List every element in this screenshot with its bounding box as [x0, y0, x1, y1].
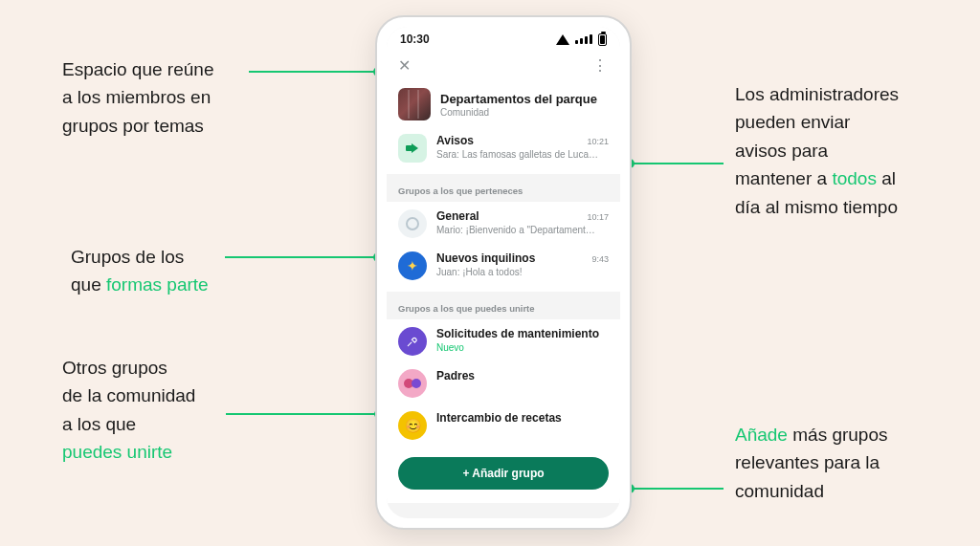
group-title: Nuevos inquilinos [436, 251, 535, 265]
annotation-joinable-groups: Otros grupos de la comunidad a los que p… [62, 354, 195, 467]
community-title: Departamentos del parque [440, 92, 609, 106]
group-title: Padres [436, 369, 475, 382]
community-avatar [398, 88, 431, 120]
group-time: 10:17 [587, 212, 609, 222]
group-title: Solicitudes de mantenimiento [436, 327, 599, 340]
text: Espacio que reúne [62, 59, 213, 79]
section-label-joinable: Grupos a los que puedes unirte [387, 292, 620, 319]
text: que [71, 274, 106, 295]
group-title: General [436, 209, 479, 223]
text-highlight: formas parte [106, 274, 209, 295]
group-row-recetas[interactable]: 😊 Intercambio de recetas [387, 405, 620, 448]
group-preview: Mario: ¡Bienvenido a "Departamentos d… [436, 225, 599, 235]
status-time: 10:30 [400, 33, 430, 46]
group-row-mantenimiento[interactable]: Solicitudes de mantenimiento Nuevo [387, 319, 620, 363]
text: grupos por temas [62, 116, 204, 136]
announcements-time: 10:21 [587, 137, 609, 146]
group-time: 9:43 [591, 254, 609, 264]
text: mantener a [735, 168, 832, 188]
group-avatar-general [398, 209, 427, 238]
community-subtitle: Comunidad [440, 107, 609, 118]
group-title: Intercambio de recetas [436, 411, 562, 425]
text: avisos para [735, 141, 828, 161]
connector-line [630, 488, 724, 490]
wifi-icon [556, 34, 569, 45]
more-options-icon[interactable]: ⋮ [592, 56, 609, 75]
announcements-title: Avisos [436, 134, 474, 147]
connector-line [249, 71, 378, 73]
text: Otros grupos [62, 358, 167, 378]
group-tag-new: Nuevo [436, 342, 599, 353]
group-avatar-maintenance [398, 327, 427, 356]
annotation-your-groups: Grupos de los que formas parte [71, 243, 209, 299]
annotation-community-space: Espacio que reúne a los miembros en grup… [62, 55, 213, 140]
connector-line [225, 256, 378, 258]
phone-frame: 10:30 ✕ ⋮ Departamentos del parque Comun… [375, 15, 632, 530]
community-header-row[interactable]: Departamentos del parque Comunidad [387, 78, 620, 132]
connector-line [226, 413, 379, 415]
text-highlight: todos [832, 168, 876, 188]
text: de la comunidad [62, 385, 195, 405]
close-icon[interactable]: ✕ [398, 56, 411, 75]
text: más grupos [788, 425, 888, 445]
battery-icon [598, 33, 607, 46]
announcements-row[interactable]: Avisos 10:21 Sara: Las famosas galletas … [387, 132, 620, 174]
text: día al mismo tiempo [735, 197, 898, 217]
megaphone-icon [398, 134, 427, 163]
text-highlight: Añade [735, 425, 788, 445]
text: al [877, 168, 896, 188]
add-group-label: + Añadir grupo [462, 467, 544, 480]
text: a los que [62, 414, 136, 434]
status-bar: 10:30 [387, 27, 620, 52]
signal-icon [575, 34, 592, 44]
connector-line [630, 163, 724, 164]
group-row-padres[interactable]: Padres [387, 363, 620, 405]
text: a los miembros en [62, 87, 211, 107]
group-avatar-tenants: ✦ [398, 251, 427, 280]
community-header-card: Departamentos del parque Comunidad Aviso… [387, 78, 620, 174]
text: Grupos de los [71, 247, 184, 267]
tools-icon [406, 335, 419, 348]
add-group-button[interactable]: + Añadir grupo [398, 457, 609, 490]
phone-screen: 10:30 ✕ ⋮ Departamentos del parque Comun… [387, 27, 620, 518]
group-avatar-recipes: 😊 [398, 411, 427, 440]
annotation-admin-announcements: Los administradores pueden enviar avisos… [735, 80, 899, 221]
app-top-bar: ✕ ⋮ [387, 52, 620, 78]
text: relevantes para la [735, 452, 880, 472]
group-avatar-parents [398, 369, 427, 398]
text: Los administradores [735, 84, 899, 104]
annotation-add-groups: Añade más grupos relevantes para la comu… [735, 421, 888, 505]
text: pueden enviar [735, 112, 850, 132]
section-label-member: Grupos a los que perteneces [387, 174, 620, 202]
group-row-general[interactable]: General 10:17 Mario: ¡Bienvenido a "Depa… [387, 202, 620, 246]
group-preview: Juan: ¡Hola a todos! [436, 267, 599, 277]
announcements-preview: Sara: Las famosas galletas de Lucas s… [436, 149, 599, 160]
text: comunidad [735, 481, 824, 501]
group-row-nuevos-inquilinos[interactable]: ✦ Nuevos inquilinos 9:43 Juan: ¡Hola a t… [387, 246, 620, 292]
text-highlight: puedes unirte [62, 442, 172, 462]
